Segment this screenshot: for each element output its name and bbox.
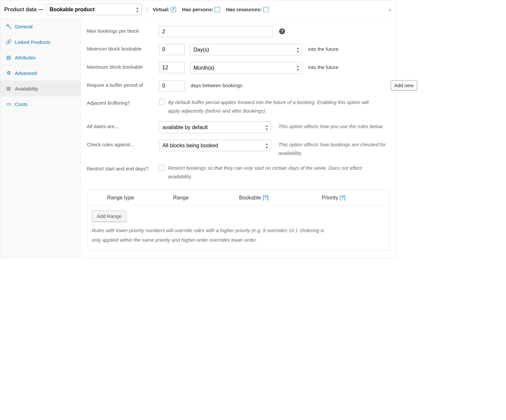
th-priority: Priority [?]	[322, 195, 368, 201]
max-block-unit-select[interactable]: Month(s)	[190, 62, 302, 74]
buffer-label: Require a buffer period of	[87, 80, 156, 88]
buffer-suffix: days between bookings	[191, 80, 242, 88]
restrict-label: Restrict start and end days?	[87, 164, 156, 171]
restrict-checkbox[interactable]	[159, 165, 165, 171]
has-resources-label: Has resources:	[226, 7, 262, 12]
product-type-select-wrap: Bookable product ▴▾	[46, 4, 142, 15]
min-block-label: Minimum block bookable	[87, 44, 156, 52]
min-block-suffix: into the future	[308, 44, 339, 52]
sidebar-item-label: Attributes	[15, 55, 36, 60]
has-persons-label: Has persons:	[182, 7, 213, 12]
has-resources-checkbox[interactable]	[263, 7, 269, 12]
calendar-icon: ▦	[6, 86, 12, 91]
list-icon: ▤	[6, 54, 12, 60]
min-block-input[interactable]	[159, 44, 185, 55]
sidebar: 🔧 General 🔗 Linked Products ▤ Attributes…	[0, 19, 81, 258]
rules-note: Rules with lower priority numbers will o…	[92, 226, 330, 245]
virtual-label: Virtual:	[153, 7, 169, 12]
check-rules-select[interactable]: All blocks being booked	[159, 140, 271, 151]
max-bookings-input[interactable]	[159, 26, 272, 37]
adjacent-label: Adjacent Buffering?	[87, 98, 156, 106]
all-dates-label: All dates are...	[87, 122, 156, 129]
th-range: Range	[173, 195, 239, 201]
max-block-label: Maximum block bookable	[87, 62, 156, 70]
sidebar-item-linked-products[interactable]: 🔗 Linked Products	[0, 34, 81, 50]
help-link[interactable]: [?]	[263, 195, 269, 200]
virtual-checkbox[interactable]	[171, 7, 176, 12]
buffer-input[interactable]	[159, 80, 185, 91]
all-dates-desc: This option affects how you use the rule…	[278, 122, 384, 131]
min-block-unit-select[interactable]: Day(s)	[190, 44, 302, 55]
sidebar-item-general[interactable]: 🔧 General	[0, 19, 81, 34]
check-rules-desc: This option affects how bookings are che…	[278, 140, 387, 157]
sidebar-item-label: General	[15, 24, 32, 29]
product-data-panel: Product data — Bookable product ▴▾ | Vir…	[0, 0, 396, 258]
adjacent-checkbox[interactable]	[159, 99, 165, 105]
sidebar-item-attributes[interactable]: ▤ Attributes	[0, 50, 81, 65]
sidebar-item-label: Costs	[15, 101, 27, 107]
sidebar-item-availability[interactable]: ▦ Availability	[0, 81, 81, 96]
rules-table-header: Range type Range Bookable [?] Priority […	[87, 190, 390, 206]
max-block-input[interactable]	[159, 62, 185, 73]
all-dates-select[interactable]: available by default	[159, 122, 271, 133]
adjacent-desc: By default buffer period applies forward…	[168, 98, 380, 115]
collapse-icon[interactable]: ▲	[388, 7, 392, 12]
gear-icon: ⚙	[6, 70, 12, 76]
restrict-desc: Restrict bookings so that they can only …	[168, 164, 380, 181]
divider: |	[146, 6, 148, 13]
sidebar-item-label: Availability	[15, 86, 38, 91]
sidebar-item-label: Linked Products	[15, 39, 51, 45]
panel-header: Product data — Bookable product ▴▾ | Vir…	[0, 0, 396, 19]
link-icon: 🔗	[6, 39, 12, 45]
has-persons-checkbox[interactable]	[215, 7, 220, 12]
product-type-select[interactable]: Bookable product	[46, 4, 142, 15]
add-range-button[interactable]: Add Range	[92, 210, 126, 222]
check-rules-label: Check rules against...	[87, 140, 156, 147]
sidebar-item-advanced[interactable]: ⚙ Advanced	[0, 65, 81, 81]
card-icon: ▭	[6, 101, 12, 107]
th-bookable: Bookable [?]	[239, 195, 322, 201]
rules-table: Range type Range Bookable [?] Priority […	[87, 190, 390, 251]
help-icon[interactable]: ?	[279, 28, 285, 34]
help-link[interactable]: [?]	[340, 195, 345, 200]
max-block-suffix: into the future	[308, 62, 339, 70]
rules-table-footer: Add Range Rules with lower priority numb…	[87, 206, 390, 251]
add-new-button[interactable]: Add new	[391, 80, 417, 90]
wrench-icon: 🔧	[6, 23, 12, 29]
sidebar-item-label: Advanced	[15, 70, 37, 76]
content: Max bookings per block ? Minimum block b…	[81, 19, 396, 258]
th-range-type: Range type	[107, 195, 173, 201]
sidebar-item-costs[interactable]: ▭ Costs	[0, 96, 81, 112]
panel-title: Product data —	[4, 7, 43, 13]
max-bookings-label: Max bookings per block	[87, 26, 156, 34]
